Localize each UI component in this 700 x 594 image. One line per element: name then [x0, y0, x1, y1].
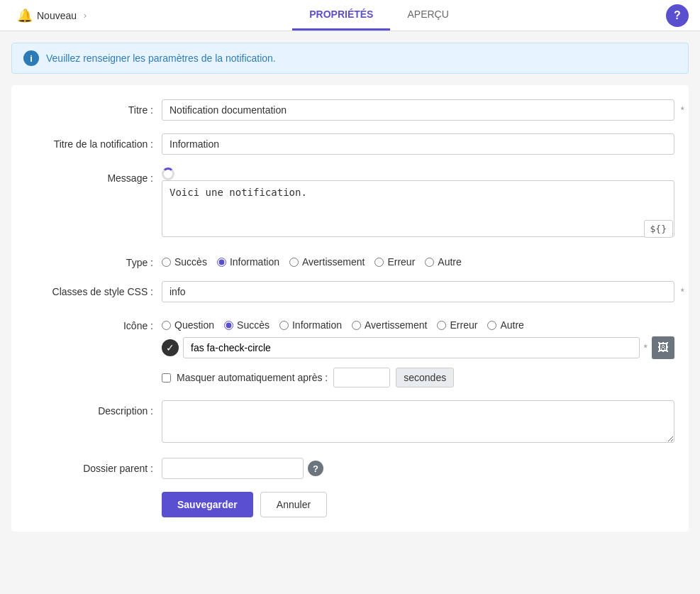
- icone-label: Icône :: [26, 315, 153, 331]
- icone-autre-radio[interactable]: [487, 321, 496, 330]
- type-information-label: Information: [230, 256, 279, 268]
- type-row: Type : Succès Information Avertissement …: [26, 252, 674, 268]
- css-required: *: [681, 286, 684, 297]
- icone-information-radio[interactable]: [279, 321, 289, 330]
- icone-erreur[interactable]: Erreur: [437, 319, 477, 331]
- type-information-radio[interactable]: [217, 258, 226, 267]
- titre-notification-label: Titre de la notification :: [26, 133, 153, 150]
- icone-avertissement-label: Avertissement: [365, 319, 427, 331]
- type-autre[interactable]: Autre: [425, 256, 461, 268]
- type-information[interactable]: Information: [217, 256, 279, 268]
- dossier-row: Dossier parent : ?: [26, 458, 674, 479]
- image-icon: 🖼: [657, 341, 669, 354]
- type-autre-label: Autre: [438, 256, 461, 268]
- icon-browse-button[interactable]: 🖼: [652, 336, 674, 359]
- new-button[interactable]: 🔔 Nouveau ›: [11, 5, 92, 26]
- cancel-button[interactable]: Annuler: [260, 492, 327, 517]
- icone-question-radio[interactable]: [162, 321, 171, 330]
- type-field: Succès Information Avertissement Erreur …: [162, 252, 674, 268]
- icone-succes[interactable]: Succès: [224, 319, 270, 331]
- icone-question-label: Question: [174, 319, 214, 331]
- css-input[interactable]: [162, 281, 674, 302]
- icone-erreur-label: Erreur: [450, 319, 477, 331]
- type-label: Type :: [26, 252, 153, 268]
- css-row: Classes de style CSS : *: [26, 281, 674, 302]
- variable-button[interactable]: ${}: [644, 220, 673, 238]
- icone-avertissement[interactable]: Avertissement: [352, 319, 427, 331]
- css-field: *: [162, 281, 674, 302]
- description-label: Description :: [26, 400, 153, 417]
- dossier-label: Dossier parent :: [26, 458, 153, 474]
- parent-folder-wrap: ?: [162, 458, 674, 479]
- icone-information[interactable]: Information: [279, 319, 342, 331]
- icon-text-input[interactable]: [183, 337, 640, 358]
- icone-required: *: [644, 342, 648, 353]
- type-succes-radio[interactable]: [162, 258, 171, 267]
- type-erreur[interactable]: Erreur: [374, 256, 415, 268]
- autohide-label: Masquer automatiquement après :: [177, 372, 328, 383]
- icone-row: Icône : Question Succès Information: [26, 315, 674, 387]
- type-radio-group: Succès Information Avertissement Erreur …: [162, 252, 674, 268]
- help-button[interactable]: ?: [666, 4, 689, 27]
- tab-proprietes[interactable]: PROPRIÉTÉS: [292, 0, 390, 31]
- parent-folder-input[interactable]: [162, 458, 304, 479]
- new-label: Nouveau: [37, 10, 77, 21]
- titre-input[interactable]: [162, 99, 674, 121]
- autohide-checkbox[interactable]: [162, 373, 171, 383]
- description-row: Description :: [26, 400, 674, 445]
- type-erreur-label: Erreur: [387, 256, 415, 268]
- icone-avertissement-radio[interactable]: [352, 321, 361, 330]
- button-row: Sauvegarder Annuler: [26, 492, 674, 517]
- type-succes-label: Succès: [174, 256, 207, 268]
- icone-radio-group: Question Succès Information Avertissemen…: [162, 315, 674, 331]
- flame-icon: 🔔: [17, 8, 33, 23]
- type-avertissement-radio[interactable]: [289, 258, 299, 267]
- message-textarea[interactable]: [162, 180, 674, 237]
- seconds-label: secondes: [396, 368, 454, 387]
- check-circle-icon: ✓: [162, 339, 179, 356]
- icone-field: Question Succès Information Avertissemen…: [162, 315, 674, 387]
- type-avertissement-label: Avertissement: [302, 256, 365, 268]
- description-field: [162, 400, 674, 445]
- titre-required: *: [681, 104, 684, 116]
- titre-notification-row: Titre de la notification :: [26, 133, 674, 155]
- description-textarea[interactable]: [162, 400, 674, 443]
- icone-succes-radio[interactable]: [224, 321, 233, 330]
- seconds-input[interactable]: [333, 368, 390, 387]
- titre-notification-input[interactable]: [162, 133, 674, 155]
- info-icon: i: [23, 50, 39, 66]
- titre-notification-field: [162, 133, 674, 155]
- icone-autre-label: Autre: [500, 319, 523, 331]
- icone-succes-label: Succès: [237, 319, 270, 331]
- autohide-row: Masquer automatiquement après : secondes: [162, 365, 674, 387]
- icone-question[interactable]: Question: [162, 319, 214, 331]
- titre-field: *: [162, 99, 674, 121]
- message-field: ${}: [162, 167, 674, 239]
- css-label: Classes de style CSS :: [26, 281, 153, 297]
- loading-spinner: [162, 167, 174, 180]
- save-button[interactable]: Sauvegarder: [162, 492, 253, 517]
- message-label: Message :: [26, 167, 153, 184]
- message-row: Message : ${}: [26, 167, 674, 239]
- icone-information-label: Information: [292, 319, 342, 331]
- type-autre-radio[interactable]: [425, 258, 434, 267]
- type-erreur-radio[interactable]: [374, 258, 384, 267]
- icon-row: Question Succès Information Avertissemen…: [162, 315, 674, 387]
- banner-text: Veuillez renseigner les paramètres de la…: [46, 53, 276, 64]
- icone-autre[interactable]: Autre: [487, 319, 523, 331]
- tab-apercu[interactable]: APERÇU: [390, 0, 465, 31]
- icon-input-row: ✓ * 🖼: [162, 336, 674, 359]
- type-avertissement[interactable]: Avertissement: [289, 256, 365, 268]
- dossier-field: ?: [162, 458, 674, 479]
- titre-label: Titre :: [26, 99, 153, 116]
- chevron-icon: ›: [84, 11, 87, 21]
- nav-tabs: PROPRIÉTÉS APERÇU: [92, 0, 666, 31]
- form-container: Titre : * Titre de la notification : Mes…: [11, 85, 689, 532]
- top-navigation: 🔔 Nouveau › PROPRIÉTÉS APERÇU ?: [0, 0, 700, 31]
- titre-row: Titre : *: [26, 99, 674, 121]
- info-banner: i Veuillez renseigner les paramètres de …: [11, 43, 689, 74]
- type-succes[interactable]: Succès: [162, 256, 207, 268]
- icone-erreur-radio[interactable]: [437, 321, 446, 330]
- folder-help-icon[interactable]: ?: [308, 461, 323, 476]
